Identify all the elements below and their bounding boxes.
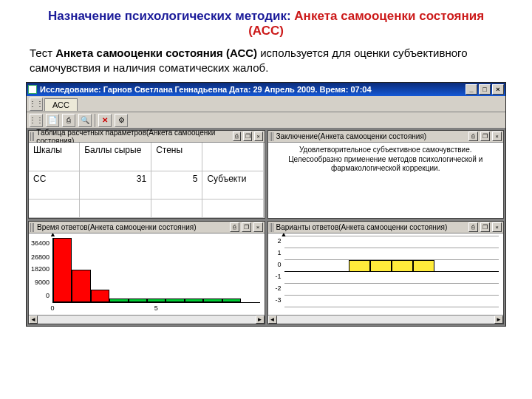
options-icon[interactable]: ⚙	[115, 114, 128, 127]
table-cell: 31	[80, 171, 151, 200]
window-titlebar: Исследование: Гарнов Светлана Геннадьевн…	[27, 83, 505, 96]
panel-handle-icon	[270, 132, 274, 141]
table-header: Баллы сырые	[80, 143, 151, 171]
panel-handle-icon	[30, 132, 34, 141]
panel-title: Заключение(Анкета самооценки состояния)	[276, 132, 427, 140]
window-close-button[interactable]: ×	[492, 84, 504, 95]
panel-restore-icon[interactable]: ❐	[243, 132, 252, 141]
scroll-left-icon[interactable]: ◄	[268, 316, 277, 324]
panel-title: Варианты ответов(Анкета самооценки состо…	[276, 223, 448, 231]
panel-print-icon[interactable]: ⎙	[233, 132, 242, 141]
new-icon[interactable]: 📄	[46, 114, 59, 127]
panels-grid: Таблица расчетных параметров(Анкета само…	[27, 129, 505, 326]
slide-title: Назначение психологических методик: Анке…	[0, 0, 532, 43]
panel-print-icon[interactable]: ⎙	[230, 222, 239, 232]
table-cell: 5	[151, 171, 202, 200]
search-icon[interactable]: 🔍	[78, 114, 92, 127]
window-minimize-button[interactable]: _	[466, 84, 477, 95]
tab-acc[interactable]: АСС	[44, 98, 78, 111]
slide-description: Тест Анкета самооценки состояния (АСС) и…	[0, 43, 532, 82]
print-icon[interactable]: ⎙	[62, 114, 75, 127]
conclusion-text: Удовлетворительное субъективное самочувс…	[268, 143, 504, 218]
panel-restore-icon[interactable]: ❐	[480, 132, 490, 141]
delete-icon[interactable]: ✕	[98, 114, 112, 127]
scroll-right-icon[interactable]: ►	[494, 316, 503, 324]
action-toolbar: ⋮⋮ 📄 ⎙ 🔍 ✕ ⚙	[27, 112, 505, 129]
panel-titlebar: Время ответов(Анкета самооценки состояни…	[29, 222, 265, 233]
chart-scrollbar[interactable]: ◄ ►	[268, 315, 504, 324]
panel-title: Время ответов(Анкета самооценки состояни…	[37, 223, 197, 231]
table-cell: СС	[29, 171, 80, 200]
window-maximize-button[interactable]: □	[479, 84, 491, 95]
panel-parameters-table: Таблица расчетных параметров(Анкета само…	[28, 130, 265, 219]
table-header: Шкалы	[29, 143, 80, 171]
main-toolbar: ⋮⋮ АСС	[27, 96, 505, 112]
chart-time: 0900018200268003640045000▲05	[29, 233, 265, 315]
chart-answers: -3-2-10123▲	[268, 233, 504, 315]
panel-handle-icon	[30, 223, 35, 232]
panel-print-icon[interactable]: ⎙	[468, 222, 478, 232]
table-header: Стены	[151, 143, 202, 171]
panel-body: Шкалы Баллы сырые Стены СС 31 5 Субъекти	[29, 143, 265, 218]
table-cell: Субъекти	[202, 171, 264, 200]
panel-conclusion: Заключение(Анкета самооценки состояния) …	[267, 130, 505, 219]
panel-time-chart: Время ответов(Анкета самооценки состояни…	[28, 221, 265, 324]
chart-scrollbar[interactable]: ◄ ►	[29, 315, 265, 324]
panel-handle-icon	[270, 223, 274, 232]
panel-titlebar: Таблица расчетных параметров(Анкета само…	[29, 131, 265, 143]
panel-titlebar: Заключение(Анкета самооценки состояния) …	[268, 131, 504, 143]
panel-answers-chart: Варианты ответов(Анкета самооценки состо…	[267, 221, 505, 324]
app-window: Исследование: Гарнов Светлана Геннадьевн…	[26, 82, 506, 327]
window-title: Исследование: Гарнов Светлана Геннадьевн…	[40, 85, 372, 94]
title-prefix: Назначение психологических методик:	[48, 9, 294, 23]
panel-print-icon[interactable]: ⎙	[468, 132, 478, 141]
app-icon	[28, 85, 37, 94]
panel-close-icon[interactable]: ×	[492, 222, 502, 232]
scroll-right-icon[interactable]: ►	[256, 316, 265, 324]
toolbar-handle-icon: ⋮⋮	[30, 114, 43, 127]
toolbar-divider	[95, 114, 95, 127]
panel-close-icon[interactable]: ×	[253, 222, 263, 232]
panel-restore-icon[interactable]: ❐	[242, 222, 251, 232]
toolbar-handle-icon: ⋮⋮	[30, 98, 43, 111]
panel-close-icon[interactable]: ×	[492, 132, 502, 141]
panel-close-icon[interactable]: ×	[254, 132, 263, 141]
parameters-table: Шкалы Баллы сырые Стены СС 31 5 Субъекти	[29, 143, 265, 218]
panel-titlebar: Варианты ответов(Анкета самооценки состо…	[268, 222, 504, 233]
panel-restore-icon[interactable]: ❐	[480, 222, 490, 232]
scroll-left-icon[interactable]: ◄	[29, 316, 38, 324]
table-header	[202, 143, 264, 171]
